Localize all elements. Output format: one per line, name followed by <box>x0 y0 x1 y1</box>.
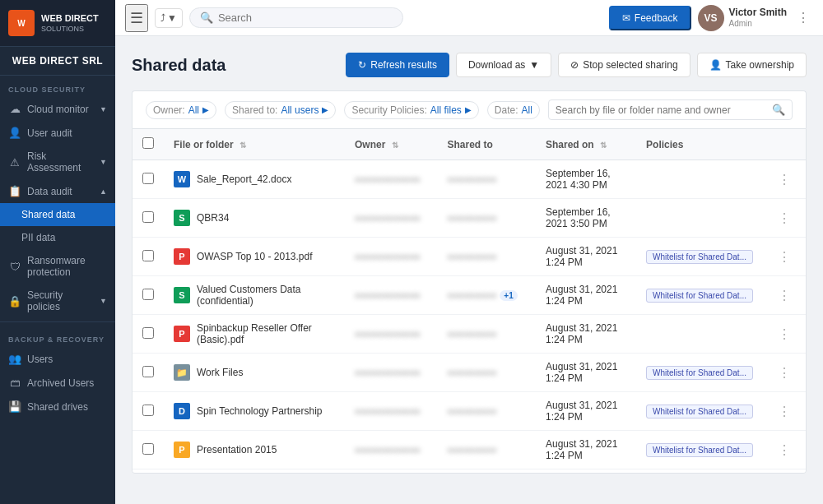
shared-on-value: August 31, 2021 1:24 PM <box>546 438 617 461</box>
shared-on-cell: September 16, 2021 4:30 PM <box>536 160 636 199</box>
row-actions-cell: ⋮ <box>763 276 806 315</box>
file-name-cell: P OWASP Top 10 - 2013.pdf <box>164 238 345 276</box>
row-actions-cell: ⋮ <box>763 431 806 469</box>
row-menu-button[interactable]: ⋮ <box>773 326 796 343</box>
row-checkbox[interactable] <box>142 211 154 223</box>
col-shared-label: Shared to <box>448 139 493 150</box>
refresh-label: Refresh results <box>370 59 437 71</box>
filter-security[interactable]: Security Policies: All files ▶ <box>344 101 478 119</box>
search-icon[interactable]: 🔍 <box>772 104 785 116</box>
logo-icon: W <box>8 10 35 36</box>
sidebar-item-cloud-monitor[interactable]: ☁ Cloud monitor ▼ <box>0 97 115 121</box>
owner-cell: ●●●●●●●●●●●● <box>345 354 438 392</box>
sidebar-item-security-policies[interactable]: 🔒 Security policies ▼ <box>0 284 115 318</box>
row-checkbox[interactable] <box>142 405 154 416</box>
row-checkbox[interactable] <box>142 173 154 184</box>
shared-to-cell: ●●●●●●●●● <box>438 392 536 431</box>
sidebar-item-risk-assessment[interactable]: ⚠ Risk Assessment ▼ <box>0 145 115 179</box>
sidebar-item-users[interactable]: 👥 Users <box>0 347 115 371</box>
row-menu-button[interactable]: ⋮ <box>773 248 796 266</box>
filter-shared-to[interactable]: Shared to: All users ▶ <box>225 101 336 119</box>
row-checkbox[interactable] <box>142 289 154 300</box>
share-button[interactable]: ⤴ ▼ <box>155 8 183 28</box>
logo-area: W WEB DIRECT SOLUTIONS <box>0 0 115 47</box>
row-menu-button[interactable]: ⋮ <box>773 210 796 227</box>
sidebar-item-ransomware[interactable]: 🛡 Ransomware protection <box>0 249 115 284</box>
shared-to-value: ●●●●●●●●● <box>448 329 497 339</box>
sort-icon: ⇅ <box>600 141 607 150</box>
owner-value: ●●●●●●●●●●●● <box>355 174 421 184</box>
filter-search-input[interactable] <box>556 104 767 116</box>
policies-cell: Whitelist for Shared Dat... <box>636 392 763 431</box>
owner-value: ●●●●●●●●●●●● <box>355 290 421 300</box>
row-checkbox[interactable] <box>142 327 154 339</box>
row-checkbox-cell <box>133 392 164 431</box>
mail-icon: ✉ <box>622 12 630 24</box>
sidebar-item-archived-users[interactable]: 🗃 Archived Users <box>0 371 115 395</box>
file-type-icon: P <box>174 326 190 342</box>
table-row: P Presentation 2015 ●●●●●●●●●●●● ●●●●●●●… <box>133 431 806 469</box>
file-name-text: Spin Technology Partnership <box>197 405 323 417</box>
filter-security-value: All files <box>430 104 462 116</box>
sidebar-item-shared-drives[interactable]: 💾 Shared drives <box>0 395 115 418</box>
col-sharedon-header[interactable]: Shared on ⇅ <box>536 129 636 160</box>
row-menu-button[interactable]: ⋮ <box>773 171 796 188</box>
row-menu-button[interactable]: ⋮ <box>773 403 796 420</box>
files-table: File or folder ⇅ Owner ⇅ Shared to Share… <box>133 129 806 474</box>
row-menu-button[interactable]: ⋮ <box>773 287 796 304</box>
feedback-button[interactable]: ✉ Feedback <box>609 6 691 30</box>
col-policies-label: Policies <box>646 139 683 150</box>
user-info: Victor Smith Admin <box>729 7 787 28</box>
search-input[interactable] <box>218 12 393 24</box>
filter-owner[interactable]: Owner: All ▶ <box>146 101 216 119</box>
row-checkbox-cell <box>133 199 164 238</box>
sort-icon: ⇅ <box>392 141 398 150</box>
main-area: ☰ ⤴ ▼ 🔍 ✉ Feedback VS Victor Smith Admin… <box>115 0 823 504</box>
file-name-cell: P Presentation 2015 <box>164 431 345 469</box>
sidebar-item-label: User audit <box>27 127 72 139</box>
sidebar-item-shared-data[interactable]: Shared data <box>0 203 115 226</box>
chevron-up-icon: ▲ <box>100 187 107 196</box>
col-checkbox-header <box>133 129 164 160</box>
col-name-header[interactable]: File or folder ⇅ <box>164 129 345 160</box>
hamburger-button[interactable]: ☰ <box>125 4 148 32</box>
shared-on-cell: August 31, 2021 1:24 PM <box>536 392 636 431</box>
more-options-icon[interactable]: ⋮ <box>793 7 813 29</box>
take-ownership-label: Take ownership <box>726 59 794 71</box>
row-menu-button[interactable]: ⋮ <box>773 364 796 381</box>
policies-cell <box>636 160 763 199</box>
shared-to-cell: ●●●●●●●●● <box>438 431 536 469</box>
row-checkbox[interactable] <box>142 366 154 377</box>
policy-badge: Whitelist for Shared Dat... <box>646 443 753 457</box>
sidebar-item-user-audit[interactable]: 👤 User audit <box>0 121 115 145</box>
shared-on-cell: August 31, 2021 1:24 PM <box>536 276 636 315</box>
col-shared-header[interactable]: Shared to <box>438 129 536 160</box>
topbar: ☰ ⤴ ▼ 🔍 ✉ Feedback VS Victor Smith Admin… <box>115 0 823 36</box>
file-name-cell: W Sale_Report_42.docx <box>164 160 345 199</box>
avatar: VS <box>698 5 724 31</box>
shared-to-value: ●●●●●●●●● <box>448 174 497 184</box>
user-role: Admin <box>729 19 787 29</box>
sidebar-item-pii-data[interactable]: PII data <box>0 226 115 249</box>
col-owner-header[interactable]: Owner ⇅ <box>345 129 438 160</box>
row-checkbox[interactable] <box>142 250 154 261</box>
user-profile[interactable]: VS Victor Smith Admin <box>698 5 787 31</box>
row-menu-button[interactable]: ⋮ <box>773 442 796 459</box>
file-name-text: Work Files <box>197 367 243 378</box>
file-name-text: Spinbackup Reseller Offer (Basic).pdf <box>197 322 335 345</box>
take-ownership-button[interactable]: 👤 Take ownership <box>697 53 807 77</box>
row-checkbox-cell <box>133 160 164 199</box>
stop-sharing-button[interactable]: ⊘ Stop selected sharing <box>558 53 690 77</box>
refresh-button[interactable]: ↻ Refresh results <box>346 53 449 77</box>
owner-value: ●●●●●●●●●●●● <box>355 406 421 416</box>
sidebar-item-data-audit[interactable]: 📋 Data audit ▲ <box>0 179 115 203</box>
filter-date[interactable]: Date: All <box>487 101 540 119</box>
row-checkbox[interactable] <box>142 443 154 455</box>
select-all-checkbox[interactable] <box>142 137 154 149</box>
file-name-cell: S Valued Customers Data (confidential) <box>164 276 345 315</box>
filter-security-arrow: ▶ <box>465 105 472 114</box>
table-row: P OWASP Top 10 - 2013.pdf ●●●●●●●●●●●● ●… <box>133 238 806 276</box>
download-button[interactable]: Download as ▼ <box>456 53 551 77</box>
sidebar-divider <box>0 321 115 322</box>
row-actions-cell: ⋮ <box>763 392 806 431</box>
